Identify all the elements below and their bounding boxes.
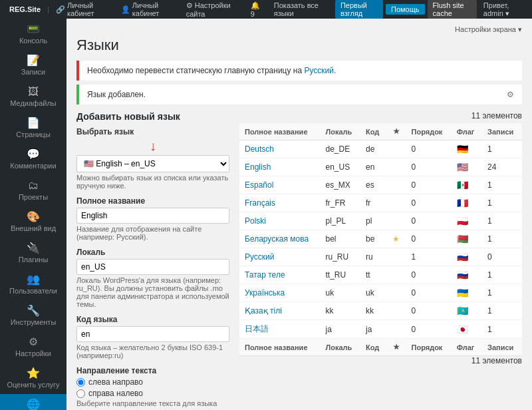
- arrow-indicator: ↓: [76, 138, 229, 154]
- table-row: Русский ru_RU ru 1 🇷🇺 0: [239, 248, 522, 266]
- cell-order-9: 0: [406, 302, 452, 320]
- cell-locale-0: de_DE: [320, 140, 360, 158]
- cell-flag-3: 🇫🇷: [452, 194, 482, 212]
- sidebar-item-appearance[interactable]: 🎨 Внешний вид: [0, 206, 66, 238]
- sidebar-item-pages[interactable]: 📄 Страницы: [0, 112, 66, 144]
- cell-records-2: 1: [482, 176, 522, 194]
- sidebar-label-media: Медиафайлы: [10, 99, 56, 107]
- cell-star-7: [386, 266, 406, 284]
- lang-link-3[interactable]: Français: [245, 198, 275, 208]
- code-label: Код языка: [76, 315, 229, 324]
- cell-star-3: [386, 194, 406, 212]
- topbar-flush-cache[interactable]: Flush site cache: [428, 0, 477, 19]
- lang-link-4[interactable]: Polski: [245, 216, 266, 226]
- cell-name-9: Қазақ тілі: [239, 302, 320, 320]
- sidebar-item-projects[interactable]: 🗂 Проекты: [0, 175, 66, 206]
- sidebar-label-comments: Комментарии: [10, 162, 56, 170]
- cell-order-1: 0: [406, 158, 452, 176]
- sidebar-item-comments[interactable]: 💬 Комментарии: [0, 144, 66, 175]
- cell-code-0: de: [360, 140, 386, 158]
- cell-flag-1: 🇺🇸: [452, 158, 482, 176]
- sidebar-item-media[interactable]: 🖼 Медиафайлы: [0, 81, 66, 112]
- topbar-right: Первый взгляд Помощь Flush site cache Пр…: [335, 0, 527, 19]
- table-row: 日本語 ja ja 0 🇯🇵 1: [239, 320, 522, 339]
- cell-records-3: 1: [482, 194, 522, 212]
- pages-icon: 📄: [27, 118, 40, 128]
- lang-link-2[interactable]: Español: [245, 180, 273, 190]
- notice-success: Язык добавлен. ⚙: [76, 85, 522, 104]
- direction-group: Направление текста слева направо справа …: [76, 366, 229, 407]
- table-count-bottom: 11 элементов: [239, 356, 522, 365]
- cell-code-8: uk: [360, 284, 386, 302]
- full-name-input[interactable]: [76, 208, 229, 224]
- lang-link-0[interactable]: Deutsch: [245, 144, 274, 154]
- sidebar-item-languages[interactable]: 🌐 Языки: [0, 394, 66, 410]
- notice-error-link[interactable]: Русский: [304, 66, 334, 75]
- sidebar-item-plugins[interactable]: 🔌 Плагины: [0, 238, 66, 269]
- cell-name-3: Français: [239, 194, 320, 212]
- full-name-label: Полное название: [76, 196, 229, 206]
- lang-link-7[interactable]: Татар теле: [245, 270, 285, 280]
- direction-ltr-option[interactable]: слева направо: [76, 377, 229, 387]
- settings-icon: ⚙: [29, 337, 38, 347]
- cell-flag-9: 🇰🇿: [452, 302, 482, 320]
- lang-link-6[interactable]: Русский: [245, 252, 275, 262]
- cell-locale-6: ru_RU: [320, 248, 360, 266]
- cell-locale-9: kk: [320, 302, 360, 320]
- lang-link-8[interactable]: Українська: [245, 288, 285, 298]
- table-row: Français fr_FR fr 0 🇫🇷 1: [239, 194, 522, 212]
- direction-rtl-label: справа налево: [88, 389, 143, 398]
- topbar-regru[interactable]: 🔗 Личный кабинет: [52, 1, 114, 17]
- cell-records-6: 0: [482, 248, 522, 266]
- lang-link-9[interactable]: Қазақ тілі: [245, 306, 282, 315]
- gear-icon[interactable]: ⚙: [507, 90, 514, 99]
- flag-icon-0: 🇩🇪: [457, 144, 468, 154]
- sidebar-item-rate[interactable]: ⭐ Оценить услугу: [0, 363, 66, 394]
- cell-records-0: 1: [482, 140, 522, 158]
- topbar-show-langs[interactable]: Показать все языки: [270, 1, 332, 17]
- col-header-star: ★: [386, 123, 406, 140]
- direction-label: Направление текста: [76, 366, 229, 375]
- brand-logo[interactable]: REG.Site: [5, 5, 45, 13]
- table-count-top: 11 элементов: [239, 111, 522, 120]
- lang-link-10[interactable]: 日本語: [245, 324, 269, 333]
- sidebar: 📟 Консоль 📝 Записи 🖼 Медиафайлы 📄 Страни…: [0, 19, 66, 410]
- table-body: Deutsch de_DE de 0 🇩🇪 1 English en_US en…: [239, 140, 522, 339]
- cell-code-4: pl: [360, 212, 386, 230]
- topbar-user[interactable]: Привет, admin ▾: [479, 1, 527, 18]
- topbar-notifications[interactable]: 🔔 9: [247, 1, 267, 18]
- cell-name-0: Deutsch: [239, 140, 320, 158]
- cell-flag-8: 🇺🇦: [452, 284, 482, 302]
- cell-star-9: [386, 302, 406, 320]
- screen-settings-link[interactable]: Настройки экрана ▾: [455, 25, 522, 34]
- topbar-cabinet[interactable]: 👤 Личный кабинет: [117, 1, 180, 17]
- direction-rtl-option[interactable]: справа налево: [76, 389, 229, 398]
- notice-error-text: Необходимо перевести статическую главную…: [87, 66, 302, 75]
- sidebar-item-tools[interactable]: 🔧 Инструменты: [0, 300, 66, 331]
- col-footer-code: Код: [360, 339, 386, 356]
- sidebar-item-posts[interactable]: 📝 Записи: [0, 50, 66, 81]
- full-name-hint: Название для отображения на сайте (напри…: [76, 225, 229, 241]
- cell-records-8: 1: [482, 284, 522, 302]
- sidebar-label-posts: Записи: [21, 68, 46, 76]
- lang-link-1[interactable]: English: [245, 162, 271, 172]
- cell-flag-10: 🇯🇵: [452, 320, 482, 339]
- direction-rtl-radio[interactable]: [76, 389, 85, 398]
- locale-input[interactable]: [76, 259, 229, 275]
- sidebar-item-settings[interactable]: ⚙ Настройки: [0, 331, 66, 363]
- col-header-order: Порядок: [406, 123, 452, 140]
- topbar-first-view[interactable]: Первый взгляд: [335, 0, 383, 19]
- code-input[interactable]: [76, 326, 229, 342]
- topbar-help[interactable]: Помощь: [386, 4, 425, 15]
- select-language-dropdown[interactable]: 🇺🇸 English – en_US: [76, 155, 229, 172]
- topbar: REG.Site | 🔗 Личный кабинет 👤 Личный каб…: [0, 0, 532, 19]
- notice-error: Необходимо перевести статическую главную…: [76, 61, 522, 81]
- direction-ltr-radio[interactable]: [76, 378, 85, 387]
- cell-locale-3: fr_FR: [320, 194, 360, 212]
- sidebar-label-plugins: Плагины: [19, 256, 49, 264]
- sidebar-item-console[interactable]: 📟 Консоль: [0, 19, 66, 50]
- sidebar-item-users[interactable]: 👥 Пользователи: [0, 269, 66, 300]
- topbar-settings-site[interactable]: ⚙ Настройки сайта: [182, 1, 244, 18]
- lang-link-5[interactable]: Беларуская мова: [245, 234, 309, 244]
- two-column-layout: Добавить новый язык Выбрать язык ↓ 🇺🇸 En…: [76, 111, 522, 410]
